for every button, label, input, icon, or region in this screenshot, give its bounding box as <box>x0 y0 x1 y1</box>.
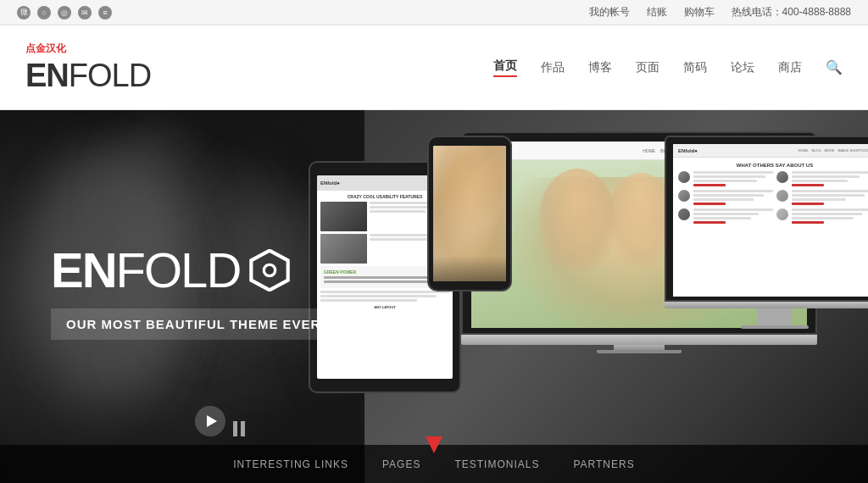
logo-area[interactable]: 点金汉化 EN FOLD <box>25 42 151 94</box>
nav-portfolio[interactable]: 作品 <box>541 60 565 75</box>
testimonial-text-1 <box>693 171 773 186</box>
m-line <box>693 208 773 211</box>
tablet-more <box>320 291 449 302</box>
testimonial-text-2 <box>792 171 868 186</box>
hero-brand: ENFOLD <box>51 246 336 295</box>
brand-en: EN <box>51 242 116 297</box>
nav-forum[interactable]: 论坛 <box>731 60 754 75</box>
monitor-content: WHAT OTHERS SAY ABOUT US <box>673 158 868 232</box>
t-line <box>370 238 433 241</box>
monitor-nav: HOME BLOG MORE IMAGE SHORTCODE <box>798 148 868 153</box>
bottom-nav-partners[interactable]: PARTNERS <box>573 458 634 470</box>
pause-bar-1 <box>233 421 237 436</box>
m-line <box>792 217 854 219</box>
bottom-nav-testimonials[interactable]: TESTIMONIALS <box>454 458 539 470</box>
main-nav: 首页 作品 博客 页面 简码 论坛 商店 🔍 <box>493 58 843 77</box>
email-icon[interactable]: ✉ <box>78 6 92 19</box>
m-line <box>792 208 868 211</box>
m-line <box>693 213 759 215</box>
m-line <box>792 194 865 197</box>
logo-subtitle: 点金汉化 <box>25 42 66 56</box>
pause-button[interactable] <box>233 421 245 436</box>
monitor-foot <box>741 325 809 329</box>
testimonial-row-3 <box>678 208 868 224</box>
clock-icon[interactable]: ○ <box>37 6 51 19</box>
m-line <box>693 175 765 178</box>
m-line-red <box>792 184 824 186</box>
phone-number: 热线电话：400-4888-8888 <box>732 5 851 19</box>
right-monitor-mockup: ENfold● HOME BLOG MORE IMAGE SHORTCODE W… <box>665 136 868 329</box>
m-line <box>792 180 848 182</box>
logo-en: EN <box>25 58 69 94</box>
m-line <box>792 171 868 174</box>
nav-shortcodes[interactable]: 简码 <box>683 60 707 75</box>
svg-point-2 <box>265 266 274 275</box>
play-icon <box>207 415 217 427</box>
m-line <box>792 198 846 201</box>
social-icons: 微 ○ ◎ ✉ ≡ <box>17 6 112 19</box>
m-nav-more: MORE <box>825 148 835 153</box>
m-line-red <box>693 203 726 205</box>
m-line-red <box>792 221 824 224</box>
monitor-title: WHAT OTHERS SAY ABOUT US <box>678 163 868 168</box>
checkout-link[interactable]: 结账 <box>647 5 667 19</box>
monitor-screen: ENfold● HOME BLOG MORE IMAGE SHORTCODE W… <box>673 144 868 297</box>
m-line-red <box>693 221 726 224</box>
m-line <box>693 198 754 201</box>
nav-home[interactable]: 首页 <box>493 58 517 77</box>
monitor-frame: ENfold● HOME BLOG MORE IMAGE SHORTCODE W… <box>665 136 868 302</box>
hero-devices: ENfold● HOME BLOG NEWS IMAGE SHORTCODE P… <box>309 119 868 483</box>
weibo-icon[interactable]: 微 <box>17 6 31 19</box>
laptop-base <box>461 335 817 345</box>
play-button[interactable] <box>195 406 225 436</box>
avatar-5 <box>678 208 690 220</box>
bottom-nav-pages[interactable]: PAGES <box>382 458 420 470</box>
bottom-nav-links[interactable]: INTERESTING LINKS <box>233 458 348 470</box>
m-line <box>792 175 860 178</box>
top-bar: 微 ○ ◎ ✉ ≡ 我的帐号 结账 购物车 热线电话：400-4888-8888 <box>0 0 868 25</box>
m-line <box>693 194 764 197</box>
pause-bar-2 <box>241 421 245 436</box>
logo-main: EN FOLD <box>25 58 151 94</box>
testimonial-text-4 <box>792 190 868 205</box>
testimonial-row-1 <box>678 171 868 186</box>
tg-line <box>324 280 427 283</box>
m-line <box>792 190 868 192</box>
hero-bottom-nav: INTERESTING LINKS PAGES TESTIMONIALS PAR… <box>0 445 868 483</box>
scroll-indicator <box>426 436 442 453</box>
hero-subtitle: OUR MOST BEAUTIFUL THEME EVER <box>51 308 336 340</box>
t-line <box>370 210 426 213</box>
m-line-red <box>693 184 726 186</box>
monitor-logo: ENfold● <box>678 148 698 153</box>
avatar-2 <box>776 171 788 183</box>
nav-pages[interactable]: 页面 <box>636 60 659 75</box>
testimonial-text-6 <box>792 208 868 224</box>
m-nav-blog: BLOG <box>811 148 821 153</box>
hero-brand-text: ENFOLD <box>51 246 240 295</box>
testimonial-row-2 <box>678 190 868 205</box>
laptop-foot <box>597 350 682 353</box>
m-line <box>693 190 773 192</box>
monitor-stand <box>758 308 792 325</box>
m-line-red <box>792 203 824 205</box>
main-header: 点金汉化 EN FOLD 首页 作品 博客 页面 简码 论坛 商店 🔍 <box>0 25 868 110</box>
m-nav-is: IMAGE SHORTCODE <box>838 148 869 153</box>
hero-text: ENFOLD OUR MOST BEAUTIFUL THEME EVER <box>51 246 336 340</box>
my-account-link[interactable]: 我的帐号 <box>589 5 630 19</box>
monitor-header: ENfold● HOME BLOG MORE IMAGE SHORTCODE <box>673 144 868 158</box>
search-icon[interactable]: 🔍 <box>826 59 843 75</box>
rss-icon[interactable]: ≡ <box>98 6 112 19</box>
m-line <box>693 217 751 219</box>
phone-screen <box>433 146 506 281</box>
nav-blog[interactable]: 博客 <box>588 60 612 75</box>
laptop-nav-home: HOME <box>643 148 655 153</box>
tablet-logo: ENfold● <box>320 180 340 186</box>
testimonial-text-3 <box>693 190 773 205</box>
avatar-4 <box>776 190 788 202</box>
nav-shop[interactable]: 商店 <box>778 60 802 75</box>
cart-link[interactable]: 购物车 <box>684 5 715 19</box>
phone-mockup <box>427 136 512 291</box>
hexagon-icon <box>248 249 291 291</box>
target-icon[interactable]: ◎ <box>58 6 71 19</box>
logo-fold: FOLD <box>69 58 151 94</box>
